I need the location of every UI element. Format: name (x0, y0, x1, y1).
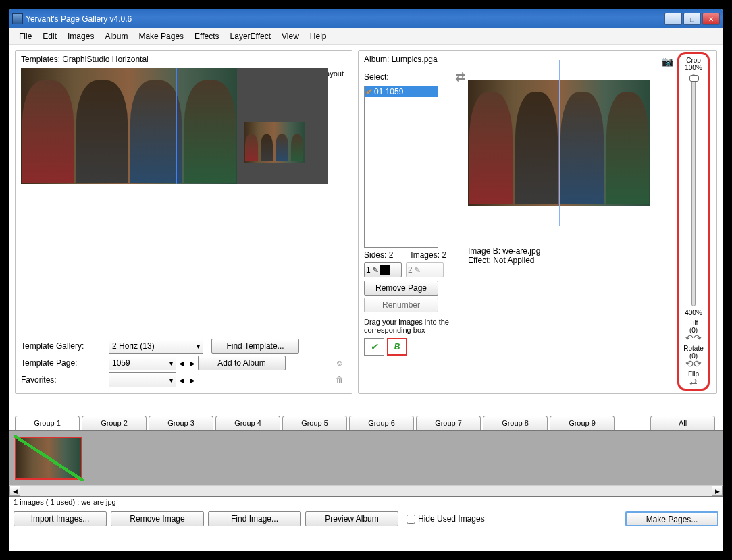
crop-slider[interactable] (691, 74, 696, 306)
import-images-button[interactable]: Import Images... (14, 511, 107, 526)
scroll-left-button[interactable]: ◀ (9, 486, 20, 496)
flip-button[interactable]: ⇄ (689, 378, 698, 386)
favorites-label: Favorites: (21, 375, 109, 385)
page-prev-button[interactable]: ◀ (176, 356, 187, 370)
tab-group-3[interactable]: Group 3 (149, 416, 213, 430)
make-pages-button[interactable]: Make Pages... (625, 511, 718, 526)
statusbar: 1 images ( 1 used) : we-are.jpg (9, 497, 723, 507)
maximize-button[interactable]: □ (683, 13, 701, 25)
find-template-button[interactable]: Find Template... (211, 339, 299, 354)
select-arrows-icon[interactable]: ⇄ (455, 69, 465, 84)
crop-label: Crop (686, 57, 701, 64)
tilt-buttons[interactable]: ↶↷ (685, 334, 702, 342)
tab-group-9[interactable]: Group 9 (550, 416, 615, 430)
menu-layereffect[interactable]: LayerEffect (225, 30, 276, 43)
crop-thumb[interactable] (689, 75, 699, 82)
menu-make-pages[interactable]: Make Pages (133, 30, 189, 43)
tab-group-5[interactable]: Group 5 (282, 416, 347, 430)
minimize-button[interactable]: — (664, 13, 682, 25)
template-gallery-label: Template Gallery: (21, 341, 109, 351)
titlebar[interactable]: Yervant's Page Gallery v4.0.6 — □ ✕ (9, 9, 723, 28)
fav-prev-button[interactable]: ◀ (176, 373, 187, 387)
crop-max-label: 400% (685, 309, 702, 316)
template-page-label: Template Page: (21, 358, 109, 368)
smiley-icon[interactable]: ☺ (333, 356, 346, 370)
tab-group-4[interactable]: Group 4 (215, 416, 280, 430)
menu-file[interactable]: File (14, 30, 37, 43)
tilt-label: Tilt (689, 319, 698, 327)
trash-icon[interactable]: 🗑 (333, 373, 346, 387)
sides-label: Sides: 2 (364, 250, 393, 260)
filmstrip-scrollbar[interactable]: ◀ ▶ (9, 485, 723, 496)
menu-images[interactable]: Images (62, 30, 99, 43)
menubar: File Edit Images Album Make Pages Effect… (9, 28, 723, 45)
find-image-button[interactable]: Find Image... (208, 511, 301, 526)
favorites-select[interactable] (109, 372, 176, 387)
drag-hint-label: Drag your images into the corresponding … (364, 318, 465, 334)
filmstrip[interactable]: ◀ ▶ (9, 430, 723, 497)
image-b-label: Image B: we-are.jpg (468, 246, 672, 256)
album-preview[interactable] (468, 80, 650, 206)
add-to-album-button[interactable]: Add to Album (198, 356, 286, 370)
template-divider (176, 68, 177, 184)
menu-help[interactable]: Help (305, 30, 332, 43)
tab-group-7[interactable]: Group 7 (416, 416, 481, 430)
effect-label: Effect: Not Applied (468, 256, 672, 265)
crop-min-label: 100% (685, 64, 702, 72)
preview-album-button[interactable]: Preview Album (305, 511, 398, 526)
template-photo-main (21, 68, 237, 184)
list-item[interactable]: ✔01 1059 (365, 86, 438, 97)
album-heading: Album: Lumpics.pga (364, 55, 465, 64)
group-tabs: Group 1 Group 2 Group 3 Group 4 Group 5 … (15, 416, 717, 430)
remove-page-button[interactable]: Remove Page (364, 281, 438, 296)
template-form: Template Gallery: 2 Horiz (13) Find Temp… (21, 337, 346, 389)
album-listbox[interactable]: ✔01 1059 (364, 86, 438, 248)
scroll-right-button[interactable]: ▶ (712, 486, 723, 496)
window-title: Yervant's Page Gallery v4.0.6 (26, 14, 664, 24)
menu-album[interactable]: Album (99, 30, 133, 43)
renumber-button: Renumber (364, 298, 438, 312)
menu-view[interactable]: View (276, 30, 305, 43)
tab-group-8[interactable]: Group 8 (483, 416, 548, 430)
menu-effects[interactable]: Effects (189, 30, 224, 43)
templates-heading: Templates: GraphiStudio Horizontal (21, 55, 346, 64)
drop-box-a[interactable]: ✔ (364, 338, 384, 356)
tab-group-2[interactable]: Group 2 (82, 416, 147, 430)
page-next-button[interactable]: ▶ (187, 356, 198, 370)
template-page-select[interactable]: 1059 (109, 356, 176, 370)
remove-image-button[interactable]: Remove Image (111, 511, 204, 526)
drop-box-b[interactable]: B (387, 338, 407, 356)
app-window: Yervant's Page Gallery v4.0.6 — □ ✕ File… (9, 9, 723, 551)
bottom-toolbar: Import Images... Remove Image Find Image… (9, 507, 723, 530)
side-2-button[interactable]: 2✎ (406, 262, 444, 277)
menu-edit[interactable]: Edit (37, 30, 62, 43)
select-label: Select: (364, 72, 389, 82)
rotate-buttons[interactable]: ⟲⟳ (685, 360, 702, 368)
album-divider (559, 60, 560, 226)
images-count-label: Images: 2 (411, 250, 446, 260)
hide-used-checkbox[interactable] (407, 515, 415, 524)
close-button[interactable]: ✕ (702, 13, 720, 25)
fav-next-button[interactable]: ▶ (187, 373, 198, 387)
tab-group-1[interactable]: Group 1 (15, 416, 80, 430)
template-photo-thumb (244, 122, 305, 163)
template-preview[interactable] (21, 68, 328, 184)
template-gallery-select[interactable]: 2 Horiz (13) (109, 339, 203, 354)
tab-group-6[interactable]: Group 6 (349, 416, 414, 430)
filmstrip-thumb[interactable] (15, 437, 82, 480)
rotate-label: Rotate (683, 345, 703, 352)
hide-used-label: Hide Used Images (418, 514, 485, 524)
camera-icon[interactable]: 📷 (662, 56, 673, 67)
crop-panel: Crop 100% 400% Tilt (0) ↶↷ Rotate (0) ⟲⟳… (677, 52, 710, 391)
side-1-button[interactable]: 1✎ (364, 262, 402, 277)
app-icon (12, 13, 23, 24)
tab-all[interactable]: All (650, 416, 715, 430)
templates-panel: Templates: GraphiStudio Horizontal Layou… (15, 50, 352, 394)
album-panel: Album: Lumpics.pga Select: ⇄ ✔01 1059 Si… (358, 50, 717, 394)
